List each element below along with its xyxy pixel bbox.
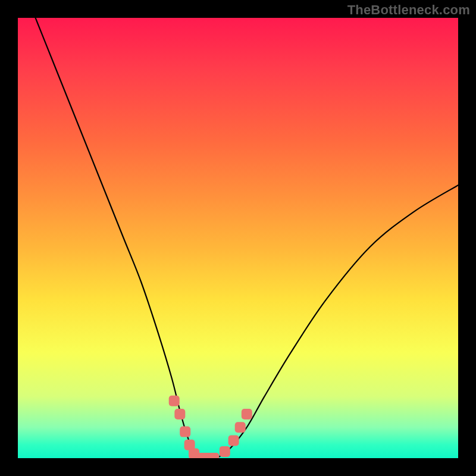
curve-marker: [180, 427, 190, 437]
curve-marker: [169, 396, 180, 406]
curve-marker: [228, 435, 239, 446]
plot-area: [18, 18, 458, 458]
curve-marker: [174, 409, 185, 419]
curve-marker: [208, 453, 219, 458]
curve-marker: [235, 422, 246, 433]
chart-svg: [18, 18, 458, 458]
marker-group: [169, 396, 252, 458]
curve-marker: [242, 409, 252, 419]
bottleneck-curve: [36, 18, 458, 458]
watermark-text: TheBottleneck.com: [347, 2, 470, 18]
curve-marker: [220, 446, 230, 457]
chart-frame: TheBottleneck.com: [0, 0, 476, 476]
